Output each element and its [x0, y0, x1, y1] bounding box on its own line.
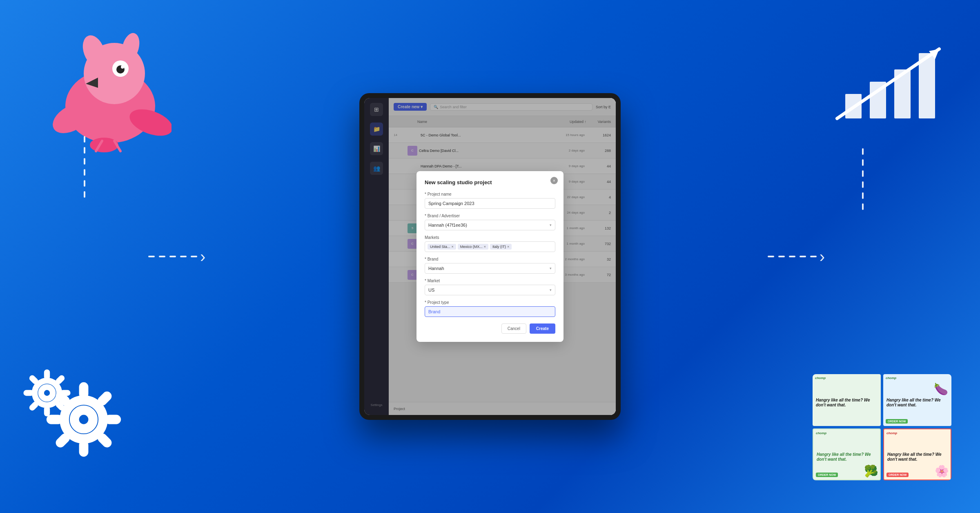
- chomp-logo-1: chomp: [815, 376, 826, 380]
- bird-mascot: [33, 25, 172, 155]
- project-name-label: * Project name: [425, 192, 555, 196]
- cancel-button[interactable]: Cancel: [501, 323, 526, 334]
- ad-cell-4: chomp Hangry like all the time? We don't…: [883, 428, 951, 480]
- form-group-project-name: * Project name: [425, 192, 555, 209]
- brand-advertiser-label: * Brand / Advertiser: [425, 214, 555, 218]
- ad-grid: chomp Hangry like all the time? We don't…: [813, 374, 951, 480]
- chevron-down-icon-brand: ▾: [550, 266, 552, 270]
- chomp-logo-2: chomp: [886, 376, 896, 380]
- markets-tags[interactable]: United Sta... × Mexico (MX... × Italy (I…: [425, 241, 555, 252]
- market-select[interactable]: US ▾: [425, 285, 555, 295]
- tablet-frame: ⊞ 📁 📊 👥 Settings Create new ▾ 🔍 Search a…: [359, 93, 621, 420]
- market-tag-us[interactable]: United Sta... ×: [428, 244, 456, 250]
- order-now-btn-2: ORDER NOW: [886, 419, 908, 424]
- svg-point-13: [74, 410, 93, 429]
- ad-text-4: Hangry like all the time? We don't want …: [887, 452, 947, 462]
- form-group-market: * Market US ▾: [425, 279, 555, 295]
- markets-label: Markets: [425, 235, 555, 240]
- chevron-down-icon-market: ▾: [550, 288, 552, 292]
- create-button[interactable]: Create: [530, 323, 555, 334]
- dashed-arrow-vertical-right: [862, 147, 864, 211]
- ad-cell-3: chomp Hangry like all the time? We don't…: [813, 428, 881, 480]
- modal-close-button[interactable]: ×: [550, 177, 558, 184]
- brand-advertiser-select[interactable]: Hannah (47f1ee36) ▾: [425, 220, 555, 230]
- form-group-markets: Markets United Sta... × Mexico (MX... × …: [425, 235, 555, 252]
- ad-text-1: Hangry like all the time? We don't want …: [816, 398, 878, 408]
- order-now-btn-3: ORDER NOW: [816, 473, 838, 477]
- chomp-logo-4: chomp: [886, 431, 897, 435]
- svg-rect-20: [919, 53, 935, 118]
- remove-tag-mx[interactable]: ×: [484, 245, 486, 249]
- market-tag-it[interactable]: Italy (IT) ×: [490, 244, 512, 250]
- svg-rect-18: [870, 82, 886, 118]
- project-type-input[interactable]: [425, 306, 555, 317]
- brand-select[interactable]: Hannah ▾: [425, 263, 555, 274]
- ad-text-3: Hangry like all the time? We don't want …: [817, 452, 877, 462]
- modal-title: New scaling studio project: [425, 179, 555, 185]
- market-tag-mx[interactable]: Mexico (MX... ×: [458, 244, 488, 250]
- chevron-down-icon: ▾: [550, 223, 552, 227]
- form-group-project-type: * Project type: [425, 300, 555, 317]
- svg-point-14: [41, 387, 53, 399]
- remove-tag-us[interactable]: ×: [452, 245, 454, 249]
- tablet-screen: ⊞ 📁 📊 👥 Settings Create new ▾ 🔍 Search a…: [364, 98, 616, 415]
- form-group-brand: * Brand Hannah ▾: [425, 257, 555, 274]
- modal-overlay: × New scaling studio project * Project n…: [364, 98, 616, 415]
- brand-label: * Brand: [425, 257, 555, 261]
- arrow-right-horizontal: ›: [766, 248, 825, 265]
- dashed-arrow-vertical-left: [84, 135, 85, 199]
- modal-dialog: × New scaling studio project * Project n…: [416, 171, 564, 342]
- market-label: * Market: [425, 279, 555, 283]
- gear-small-icon: [22, 368, 71, 419]
- growth-chart: [825, 33, 947, 139]
- ad-cell-2: chomp Hangry like all the time? We don't…: [883, 374, 951, 426]
- order-now-btn-4: ORDER NOW: [886, 473, 909, 477]
- form-group-brand-advertiser: * Brand / Advertiser Hannah (47f1ee36) ▾: [425, 214, 555, 230]
- svg-point-5: [121, 65, 124, 69]
- project-type-label: * Project type: [425, 300, 555, 305]
- svg-rect-17: [845, 94, 862, 118]
- chomp-logo-3: chomp: [816, 431, 826, 435]
- modal-footer: Cancel Create: [425, 323, 555, 334]
- arrow-left-horizontal: ›: [147, 248, 205, 265]
- project-name-input[interactable]: [425, 198, 555, 209]
- svg-rect-19: [894, 69, 911, 118]
- ad-cell-1: chomp Hangry like all the time? We don't…: [813, 374, 881, 426]
- remove-tag-it[interactable]: ×: [507, 245, 509, 249]
- ad-text-2: Hangry like all the time? We don't want …: [886, 398, 948, 408]
